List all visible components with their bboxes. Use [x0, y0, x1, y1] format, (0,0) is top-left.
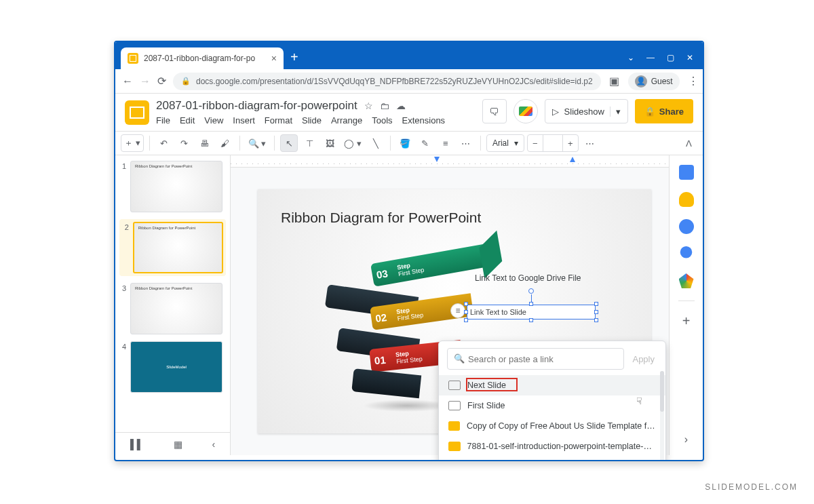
- slides-doc-icon: [448, 421, 460, 431]
- image-button[interactable]: 🖼: [321, 134, 338, 152]
- new-tab-button[interactable]: +: [290, 50, 298, 65]
- font-size-increase[interactable]: +: [563, 135, 578, 151]
- keep-icon[interactable]: [679, 192, 694, 207]
- new-slide-button[interactable]: ＋ ▾: [121, 134, 144, 152]
- menu-bar: File Edit View Insert Format Slide Arran…: [156, 115, 476, 125]
- menu-edit[interactable]: Edit: [180, 115, 195, 125]
- font-name: Arial: [492, 138, 509, 148]
- maps-icon[interactable]: [679, 273, 694, 288]
- border-weight-button[interactable]: ≡: [437, 134, 454, 152]
- move-handle-icon[interactable]: ≡: [450, 303, 465, 318]
- back-button[interactable]: ←: [122, 75, 133, 88]
- browser-tab[interactable]: 2087-01-ribbon-diagram-for-po ×: [121, 47, 284, 69]
- slides-logo-icon[interactable]: [125, 100, 149, 125]
- textbox-button[interactable]: ⊤: [301, 134, 318, 152]
- link-option-first-slide[interactable]: First Slide: [439, 395, 665, 416]
- resize-handle[interactable]: [529, 318, 533, 322]
- resize-handle[interactable]: [464, 302, 468, 306]
- comments-icon[interactable]: 🗨: [482, 99, 507, 123]
- close-icon[interactable]: ✕: [686, 53, 693, 62]
- collapse-panel-icon[interactable]: ‹: [212, 439, 215, 450]
- redo-button[interactable]: ↷: [176, 134, 193, 152]
- install-app-icon[interactable]: ▣: [608, 75, 621, 88]
- slide-thumbnail-4[interactable]: SlideModel: [130, 341, 222, 393]
- meet-icon[interactable]: [513, 99, 538, 123]
- chevron-down-icon[interactable]: ⌄: [627, 53, 634, 62]
- contacts-icon[interactable]: [679, 246, 694, 261]
- add-addon-icon[interactable]: +: [679, 313, 694, 328]
- print-button[interactable]: 🖶: [196, 134, 214, 152]
- menu-slide[interactable]: Slide: [302, 115, 322, 125]
- chevron-down-icon[interactable]: ▾: [610, 106, 621, 117]
- reload-button[interactable]: ⟳: [157, 75, 166, 88]
- slide-title[interactable]: Ribbon Diagram for PowerPoint: [281, 210, 481, 226]
- line-button[interactable]: ╲: [367, 134, 385, 152]
- slide-thumbnail-3[interactable]: Ribbon Diagram for PowerPoint: [130, 283, 222, 334]
- cloud-status-icon[interactable]: ☁: [396, 100, 406, 111]
- share-button[interactable]: 🔒 Share: [635, 99, 693, 123]
- doc-title[interactable]: 2087-01-ribbon-diagram-for-powerpoint: [156, 99, 357, 113]
- move-icon[interactable]: 🗀: [380, 100, 389, 111]
- resize-handle[interactable]: [529, 302, 533, 306]
- maximize-icon[interactable]: ▢: [667, 53, 674, 62]
- link-option-doc-2[interactable]: 7881-01-self-introduction-powerpoint-tem…: [439, 436, 665, 457]
- font-size-decrease[interactable]: −: [528, 135, 543, 151]
- star-icon[interactable]: ☆: [364, 100, 373, 111]
- resize-handle[interactable]: [594, 310, 598, 314]
- collapse-toolbar-button[interactable]: ᐱ: [680, 134, 697, 152]
- slide-thumbnail-2[interactable]: Ribbon Diagram for PowerPoint: [133, 222, 223, 273]
- font-size-value[interactable]: [543, 135, 563, 151]
- paint-format-button[interactable]: 🖌: [216, 134, 234, 152]
- filmstrip-view-icon[interactable]: ▌▌: [130, 439, 144, 450]
- url-field[interactable]: 🔒 docs.google.com/presentation/d/1SsVVQd…: [173, 73, 601, 90]
- selection-handles[interactable]: [467, 305, 596, 319]
- link-option-doc-1[interactable]: Copy of Copy of Free About Us Slide Temp…: [439, 416, 665, 436]
- apply-button[interactable]: Apply: [629, 354, 657, 364]
- undo-button[interactable]: ↶: [155, 134, 173, 152]
- border-dash-button[interactable]: ⋯: [457, 134, 475, 152]
- calendar-icon[interactable]: [679, 165, 694, 180]
- menu-tools[interactable]: Tools: [372, 115, 392, 125]
- resize-handle[interactable]: [594, 318, 598, 322]
- minimize-icon[interactable]: —: [646, 53, 655, 62]
- menu-format[interactable]: Format: [265, 115, 292, 125]
- thumb-number: 4: [119, 341, 126, 351]
- insert-link-popup: 🔍 Apply Next Slide First Slide Copy of C…: [438, 341, 666, 461]
- fill-color-button[interactable]: 🪣: [396, 134, 414, 152]
- link-option-next-slide[interactable]: Next Slide: [439, 375, 665, 395]
- resize-handle[interactable]: [464, 318, 468, 322]
- slideshow-button[interactable]: ▷ Slideshow ▾: [545, 99, 628, 123]
- menu-view[interactable]: View: [204, 115, 223, 125]
- link-search-input[interactable]: [447, 348, 624, 370]
- link-option-doc-3[interactable]: 7881-01-self-introduction-powerpoint-tem…: [439, 457, 665, 461]
- zoom-button[interactable]: 🔍 ▾: [246, 134, 269, 152]
- shape-button[interactable]: ◯ ▾: [341, 134, 364, 152]
- resize-handle[interactable]: [464, 310, 468, 314]
- hide-panel-icon[interactable]: ›: [678, 431, 695, 448]
- slides-favicon-icon: [128, 53, 138, 64]
- browser-menu-icon[interactable]: ⋮: [686, 75, 700, 88]
- more-tools-button[interactable]: ⋯: [581, 134, 599, 152]
- rotate-handle[interactable]: [528, 288, 534, 294]
- ribbon-step-3[interactable]: 03StepFirst Step: [370, 244, 488, 287]
- slide-icon: [448, 381, 461, 390]
- menu-arrange[interactable]: Arrange: [331, 115, 362, 125]
- menu-file[interactable]: File: [156, 115, 170, 125]
- toolbar: ＋ ▾ ↶ ↷ 🖶 🖌 🔍 ▾ ↖ ⊤ 🖼 ◯ ▾ ╲ 🪣 ✎ ≡ ⋯ Aria…: [115, 131, 703, 155]
- link-text-drive[interactable]: Link Text to Google Drive File: [475, 273, 581, 283]
- font-size-stepper[interactable]: − +: [527, 134, 579, 152]
- tasks-icon[interactable]: [679, 219, 694, 234]
- forward-button[interactable]: →: [140, 75, 151, 88]
- font-select[interactable]: Arial ▾: [486, 134, 524, 152]
- resize-handle[interactable]: [594, 302, 598, 306]
- tab-close-icon[interactable]: ×: [271, 53, 277, 64]
- scrollbar[interactable]: [660, 371, 664, 461]
- profile-chip[interactable]: 👤 Guest: [628, 73, 680, 90]
- browser-window: 2087-01-ribbon-diagram-for-po × + ⌄ — ▢ …: [114, 41, 704, 461]
- menu-insert[interactable]: Insert: [233, 115, 255, 125]
- border-color-button[interactable]: ✎: [416, 134, 434, 152]
- select-tool-button[interactable]: ↖: [280, 134, 298, 152]
- grid-view-icon[interactable]: ▦: [174, 439, 182, 450]
- slide-thumbnail-1[interactable]: Ribbon Diagram for PowerPoint: [130, 161, 222, 212]
- menu-extensions[interactable]: Extensions: [402, 115, 446, 125]
